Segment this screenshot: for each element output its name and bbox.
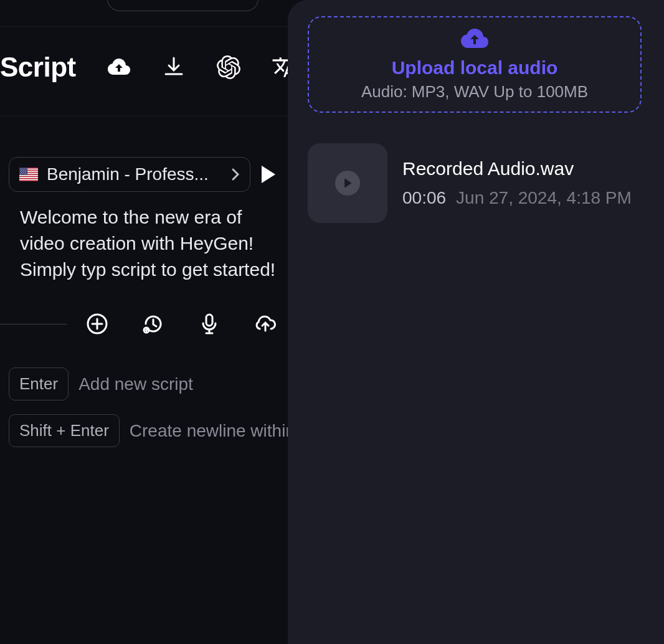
script-text[interactable]: Welcome to the new era of video creation…	[20, 204, 288, 283]
hint-enter: Enter Add new script	[9, 367, 320, 400]
svg-point-14	[25, 169, 26, 170]
add-circle-icon[interactable]	[86, 313, 108, 335]
svg-point-12	[21, 169, 22, 170]
svg-point-25	[26, 173, 26, 174]
audio-duration: 00:06	[402, 188, 446, 208]
audio-meta: 00:06 Jun 27, 2024, 4:18 PM	[402, 188, 632, 208]
cloud-upload-icon	[460, 27, 489, 50]
keyboard-hints: Enter Add new script Shift + Enter Creat…	[9, 367, 320, 447]
audio-panel: Upload local audio Audio: MP3, WAV Up to…	[288, 0, 664, 644]
svg-point-23	[22, 173, 22, 174]
svg-point-16	[22, 171, 22, 171]
audio-filename: Recorded Audio.wav	[402, 158, 632, 179]
svg-point-15	[20, 171, 21, 171]
svg-point-19	[21, 172, 22, 173]
audio-thumbnail[interactable]	[308, 143, 387, 223]
svg-point-13	[23, 169, 24, 170]
audio-list-item[interactable]: Recorded Audio.wav 00:06 Jun 27, 2024, 4…	[308, 143, 642, 223]
us-flag-icon	[19, 168, 38, 181]
audio-date: Jun 27, 2024, 4:18 PM	[456, 188, 632, 208]
horizontal-divider	[0, 324, 67, 324]
svg-point-9	[22, 168, 22, 169]
history-icon[interactable]	[142, 313, 164, 335]
horizontal-divider	[0, 116, 288, 116]
hint-shift-enter: Shift + Enter Create newline within pa	[9, 414, 320, 447]
shift-enter-key-badge: Shift + Enter	[9, 414, 120, 447]
enter-key-badge: Enter	[9, 367, 69, 400]
voice-selector[interactable]: Benjamin - Profess...	[9, 157, 250, 192]
svg-point-18	[26, 171, 26, 171]
top-pill-fragment	[107, 0, 258, 11]
audio-info: Recorded Audio.wav 00:06 Jun 27, 2024, 4…	[402, 158, 632, 208]
voice-name-label: Benjamin - Profess...	[47, 164, 222, 184]
svg-point-24	[24, 173, 24, 174]
svg-point-10	[24, 168, 24, 169]
script-header: Script	[0, 49, 326, 86]
upload-dropzone[interactable]: Upload local audio Audio: MP3, WAV Up to…	[308, 16, 642, 113]
cloud-upload-icon[interactable]	[107, 55, 131, 79]
svg-point-21	[25, 172, 26, 173]
svg-rect-28	[206, 315, 212, 326]
upload-subtitle: Audio: MP3, WAV Up to 100MB	[361, 82, 588, 102]
upload-cloud-icon[interactable]	[254, 313, 277, 335]
svg-rect-5	[19, 177, 38, 178]
svg-point-20	[23, 172, 24, 173]
svg-point-17	[24, 171, 24, 171]
svg-point-8	[20, 168, 21, 169]
svg-rect-6	[19, 179, 38, 181]
play-button[interactable]	[262, 166, 275, 183]
voice-row: Benjamin - Profess...	[9, 157, 275, 192]
svg-point-22	[20, 173, 21, 174]
upload-title: Upload local audio	[392, 57, 558, 78]
script-title: Script	[0, 52, 76, 83]
openai-icon[interactable]	[217, 55, 240, 79]
hint-label: Add new script	[78, 374, 193, 394]
chevron-right-icon	[231, 168, 240, 181]
microphone-icon[interactable]	[198, 313, 221, 335]
svg-rect-4	[19, 175, 38, 176]
play-icon	[335, 171, 360, 196]
svg-point-11	[26, 168, 26, 169]
mid-action-row	[0, 313, 277, 335]
download-icon[interactable]	[162, 55, 186, 79]
